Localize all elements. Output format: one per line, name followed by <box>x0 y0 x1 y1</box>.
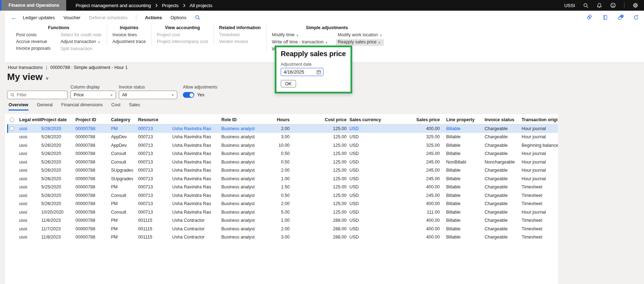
row-select-radio[interactable] <box>10 126 14 131</box>
cell-category[interactable]: AppDev <box>111 134 138 139</box>
invoice-status-select[interactable]: All ∨ <box>119 91 177 99</box>
cell-line-property[interactable]: Billable <box>446 218 485 223</box>
cell-project-date[interactable]: 11/7/2023 <box>41 226 75 231</box>
cell-line-property[interactable]: Billable <box>446 184 485 189</box>
cell-project-date[interactable]: 5/26/2020 <box>41 160 75 165</box>
ribbon-item-modify-work-location[interactable]: Modify work location∨ <box>338 32 382 38</box>
cell-category[interactable]: Consult <box>111 193 138 198</box>
column-header-sales-currency[interactable]: Sales currency <box>349 117 382 122</box>
cell-line-property[interactable]: Billable <box>446 176 485 181</box>
cell-project-id[interactable]: 00000788 <box>75 160 111 165</box>
adjustment-date-input[interactable]: 4/16/2025 <box>281 68 323 76</box>
cell-category[interactable]: PM <box>111 126 138 131</box>
cell-project-date[interactable]: 5/26/2020 <box>41 193 75 198</box>
cell-category[interactable]: PM <box>111 201 138 206</box>
cell-currency[interactable]: USD <box>349 184 382 189</box>
cell-resource-name[interactable]: Usha Ravindra Rao <box>172 143 221 148</box>
cell-role[interactable]: Business analyst <box>221 201 263 206</box>
cell-project-date[interactable]: 5/26/2020 <box>41 201 75 206</box>
grid-filter-input[interactable]: Filter <box>7 91 68 99</box>
table-row[interactable]: ussi5/25/202000000788PM000713Usha Ravind… <box>7 183 558 192</box>
cell-project-id[interactable]: 00000788 <box>75 193 111 198</box>
ribbon-item-write-off-time-transaction[interactable]: Write off time - transaction∨ <box>272 39 328 45</box>
ribbon-item-adjustment-trace[interactable]: Adjustment trace <box>112 39 146 45</box>
ribbon-item-reapply-sales-price[interactable]: Reapply sales price∨ <box>336 39 384 46</box>
table-row[interactable]: ussi5/26/202000000788SUpgrades000713Usha… <box>7 166 558 175</box>
cell-legal-entity[interactable]: ussi <box>19 218 41 223</box>
cell-category[interactable]: PM <box>111 235 138 240</box>
action-pane-tab-actions[interactable]: Actions <box>145 15 162 20</box>
cell-resource-id[interactable]: 000713 <box>138 151 172 156</box>
column-header-invoice-status[interactable]: Invoice status <box>485 117 522 122</box>
cell-role[interactable]: Business analyst <box>221 143 263 148</box>
cell-project-date[interactable]: 11/8/2023 <box>41 235 75 240</box>
app-title[interactable]: Finance and Operations <box>1 0 66 11</box>
cell-resource-name[interactable]: Usha Ravindra Rao <box>172 134 221 139</box>
ribbon-item-invoice-lines[interactable]: Invoice lines <box>112 32 146 38</box>
cell-legal-entity[interactable]: ussi <box>19 210 41 215</box>
feedback-smiley-icon[interactable] <box>610 2 616 8</box>
cell-line-property[interactable]: Billable <box>446 168 485 173</box>
tab-overview[interactable]: Overview <box>9 102 28 111</box>
ribbon-item-post-costs[interactable]: Post costs <box>16 32 51 38</box>
cell-currency[interactable]: USD <box>349 226 382 231</box>
cell-role[interactable]: Business analyst <box>221 160 263 165</box>
cell-role[interactable]: Business analyst <box>221 168 263 173</box>
table-row[interactable]: ussi5/26/202000000788PM000713Usha Ravind… <box>7 200 558 208</box>
cell-currency[interactable]: USD <box>349 134 382 139</box>
cell-resource-id[interactable]: 000713 <box>138 201 172 206</box>
cell-project-id[interactable]: 00000788 <box>75 226 111 231</box>
cell-category[interactable]: Consult <box>111 151 138 156</box>
cell-resource-id[interactable]: 000713 <box>138 184 172 189</box>
cell-project-date[interactable]: 5/26/2020 <box>41 168 75 173</box>
cell-legal-entity[interactable]: ussi <box>19 235 41 240</box>
cell-project-id[interactable]: 00000788 <box>75 235 111 240</box>
cell-resource-id[interactable]: 000713 <box>138 126 172 131</box>
select-all-radio[interactable] <box>10 118 14 122</box>
breadcrumb-item[interactable]: Project management and accounting <box>75 3 151 8</box>
cell-project-date[interactable]: 5/25/2020 <box>41 184 75 189</box>
settings-gear-icon[interactable] <box>633 2 638 8</box>
table-row[interactable]: ussi5/26/202000000788PM000713Usha Ravind… <box>7 124 558 133</box>
cell-currency[interactable]: USD <box>349 126 382 131</box>
cell-resource-name[interactable]: Usha Ravindra Rao <box>172 151 221 156</box>
cell-project-id[interactable]: 00000788 <box>75 201 111 206</box>
table-row[interactable]: ussi10/20/202000000788Consult000713Usha … <box>7 208 558 216</box>
cell-resource-id[interactable]: 000713 <box>138 134 172 139</box>
row-select-cell[interactable] <box>7 126 19 131</box>
action-pane-tab-ledger-updates[interactable]: Ledger updates <box>23 15 55 20</box>
cell-resource-id[interactable]: 001115 <box>138 235 172 240</box>
cell-category[interactable]: PM <box>111 218 138 223</box>
cell-resource-id[interactable]: 000713 <box>138 176 172 181</box>
cell-legal-entity[interactable]: ussi <box>19 160 41 165</box>
table-row[interactable]: ussi5/26/202000000788Consult000713Usha R… <box>7 150 558 158</box>
calendar-icon[interactable] <box>316 70 321 75</box>
cell-category[interactable]: Consult <box>111 210 138 215</box>
cell-legal-entity[interactable]: ussi <box>19 126 41 131</box>
cell-role[interactable]: Business analyst <box>221 235 263 240</box>
cell-currency[interactable]: USD <box>349 235 382 240</box>
notifications-bell-icon[interactable] <box>597 3 602 8</box>
cell-role[interactable]: Business analyst <box>221 218 263 223</box>
select-all-cell[interactable] <box>7 118 19 122</box>
action-pane-tab-voucher[interactable]: Voucher <box>63 15 80 20</box>
cell-currency[interactable]: USD <box>349 193 382 198</box>
cell-legal-entity[interactable]: ussi <box>19 176 41 181</box>
cell-resource-name[interactable]: Usha Ravindra Rao <box>172 184 221 189</box>
table-row[interactable]: ussi5/26/202000000788Consult000713Usha R… <box>7 191 558 200</box>
refresh-icon[interactable] <box>633 15 639 20</box>
cell-project-date[interactable]: 5/26/2020 <box>41 134 75 139</box>
tab-financial-dimensions[interactable]: Financial dimensions <box>61 102 103 111</box>
cell-line-property[interactable]: Billable <box>446 126 485 131</box>
personalize-shapes-icon[interactable] <box>587 15 593 21</box>
cell-project-date[interactable]: 5/26/2020 <box>41 143 75 148</box>
back-arrow-icon[interactable]: ← <box>11 14 17 21</box>
table-row[interactable]: ussi5/26/202000000788SUpgrades000713Usha… <box>7 175 558 183</box>
cell-currency[interactable]: USD <box>349 168 382 173</box>
cell-project-id[interactable]: 00000788 <box>75 210 111 215</box>
cell-project-date[interactable]: 5/26/2020 <box>41 126 75 131</box>
cell-project-id[interactable]: 00000788 <box>75 218 111 223</box>
search-icon[interactable] <box>583 3 588 8</box>
cell-legal-entity[interactable]: ussi <box>19 151 41 156</box>
tab-cost[interactable]: Cost <box>111 102 121 111</box>
